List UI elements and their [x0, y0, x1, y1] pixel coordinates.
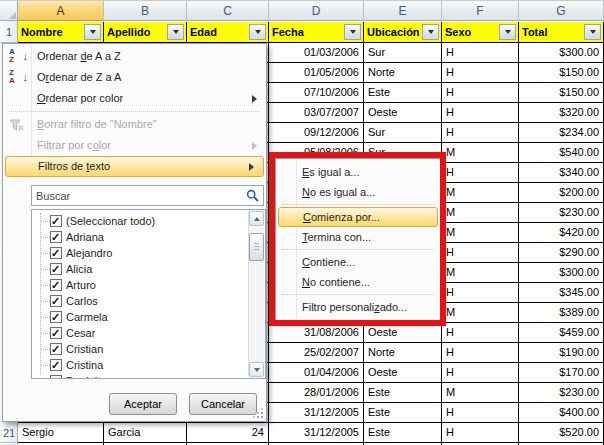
scroll-thumb[interactable]: [249, 233, 264, 261]
menu-item-ordenar-por-color[interactable]: Ordenar por color: [3, 88, 266, 109]
cell-B21[interactable]: Garcia: [104, 423, 187, 443]
cell-G20[interactable]: $400.00: [519, 403, 604, 423]
cell-F3[interactable]: H: [442, 63, 519, 83]
cell-F17[interactable]: H: [442, 343, 519, 363]
cell-E5[interactable]: Oeste: [364, 103, 442, 123]
menu-item-ordenar-de-a-a-z[interactable]: AZ↓Ordenar de A a Z: [3, 46, 266, 67]
menu-item-filtros-de-texto[interactable]: Filtros de texto: [5, 156, 264, 177]
cell-D20[interactable]: 31/12/2005: [269, 403, 364, 423]
submenu-item-es-igual-a[interactable]: Es igual a...: [276, 162, 440, 182]
cell-G14[interactable]: $345.00: [519, 283, 604, 303]
cell-D3[interactable]: 01/05/2006: [269, 63, 364, 83]
checkbox-checked-icon[interactable]: [50, 231, 62, 243]
cell-G21[interactable]: $520.00: [519, 423, 604, 443]
filter-value-carmela[interactable]: Carmela: [32, 309, 265, 325]
menu-item-ordenar-de-z-a-a[interactable]: ZA↓Ordenar de Z a A: [3, 67, 266, 88]
cell-D2[interactable]: 01/03/2006: [269, 43, 364, 63]
cell-D17[interactable]: 25/02/2007: [269, 343, 364, 363]
header-cell-ubicación[interactable]: Ubicación: [364, 22, 442, 43]
column-header-A[interactable]: A: [18, 1, 104, 21]
checkbox-checked-icon[interactable]: [50, 295, 62, 307]
cell-E19[interactable]: Este: [364, 383, 442, 403]
cell-D4[interactable]: 07/10/2006: [269, 83, 364, 103]
cell-F10[interactable]: M: [442, 203, 519, 223]
submenu-item-comienza-por[interactable]: Comienza por...: [278, 207, 438, 227]
cell-D21[interactable]: 31/12/2005: [269, 423, 364, 443]
checkbox-checked-icon[interactable]: [50, 215, 62, 227]
filter-value-adriana[interactable]: Adriana: [32, 229, 265, 245]
cell-E17[interactable]: Norte: [364, 343, 442, 363]
column-header-C[interactable]: C: [187, 1, 269, 21]
checkbox-checked-icon[interactable]: [50, 343, 62, 355]
cell-G6[interactable]: $234.00: [519, 123, 604, 143]
row-header-21[interactable]: 21: [0, 423, 18, 443]
cell-G2[interactable]: $300.00: [519, 43, 604, 63]
filter-value-cristian[interactable]: Cristian: [32, 341, 265, 357]
cell-F4[interactable]: H: [442, 83, 519, 103]
cell-E2[interactable]: Sur: [364, 43, 442, 63]
cell-F13[interactable]: M: [442, 263, 519, 283]
select-all-corner[interactable]: [0, 1, 18, 21]
filter-value-alicia[interactable]: Alicia: [32, 261, 265, 277]
cell-G11[interactable]: $420.00: [519, 223, 604, 243]
cell-F11[interactable]: M: [442, 223, 519, 243]
cell-G9[interactable]: $200.00: [519, 183, 604, 203]
checkbox-checked-icon[interactable]: [50, 327, 62, 339]
checkbox-checked-icon[interactable]: [50, 263, 62, 275]
filter-value-carlos[interactable]: Carlos: [32, 293, 265, 309]
cell-G19[interactable]: $230.00: [519, 383, 604, 403]
header-cell-sexo[interactable]: Sexo: [442, 22, 519, 43]
filter-value-alejandro[interactable]: Alejandro: [32, 245, 265, 261]
cell-E6[interactable]: Sur: [364, 123, 442, 143]
submenu-item-termina-con[interactable]: Termina con...: [276, 227, 440, 247]
cell-E21[interactable]: Este: [364, 423, 442, 443]
list-scrollbar[interactable]: [248, 211, 264, 377]
submenu-item-no-contiene[interactable]: No contiene...: [276, 272, 440, 292]
filter-button-ubicación[interactable]: [422, 24, 439, 40]
search-input[interactable]: [36, 190, 246, 202]
header-cell-nombre[interactable]: Nombre: [18, 22, 104, 43]
filter-button-edad[interactable]: [249, 24, 266, 40]
resize-grip-icon[interactable]: [253, 408, 263, 418]
cell-E16[interactable]: Oeste: [364, 323, 442, 343]
scroll-up-button[interactable]: [249, 211, 264, 226]
column-header-G[interactable]: G: [519, 1, 604, 21]
cell-F14[interactable]: H: [442, 283, 519, 303]
filter-button-sexo[interactable]: [499, 24, 516, 40]
column-header-E[interactable]: E: [364, 1, 442, 21]
filter-button-total[interactable]: [584, 24, 601, 40]
filter-value-seleccionar-todo[interactable]: (Seleccionar todo): [32, 213, 265, 229]
cell-F8[interactable]: H: [442, 163, 519, 183]
cell-G15[interactable]: $389.00: [519, 303, 604, 323]
header-cell-fecha[interactable]: Fecha: [269, 22, 364, 43]
header-cell-total[interactable]: Total: [519, 22, 604, 43]
cell-F7[interactable]: M: [442, 143, 519, 163]
submenu-item-filtro-personalizado[interactable]: Filtro personalizado...: [276, 297, 440, 317]
cell-G5[interactable]: $320.00: [519, 103, 604, 123]
checkbox-checked-icon[interactable]: [50, 375, 62, 379]
column-header-B[interactable]: B: [104, 1, 187, 21]
cell-G8[interactable]: $340.00: [519, 163, 604, 183]
checkbox-checked-icon[interactable]: [50, 279, 62, 291]
submenu-item-contiene[interactable]: Contiene...: [276, 252, 440, 272]
cell-F9[interactable]: M: [442, 183, 519, 203]
cell-E4[interactable]: Este: [364, 83, 442, 103]
submenu-item-no-es-igual-a[interactable]: No es igual a...: [276, 182, 440, 202]
checkbox-checked-icon[interactable]: [50, 311, 62, 323]
cell-C21[interactable]: 24: [187, 423, 269, 443]
cell-G13[interactable]: $300.00: [519, 263, 604, 283]
row-header-1[interactable]: 1: [0, 21, 18, 43]
cell-F5[interactable]: H: [442, 103, 519, 123]
checkbox-checked-icon[interactable]: [50, 247, 62, 259]
cell-D18[interactable]: 01/04/2006: [269, 363, 364, 383]
cell-F6[interactable]: H: [442, 123, 519, 143]
scroll-down-button[interactable]: [249, 362, 264, 377]
cell-G17[interactable]: $190.00: [519, 343, 604, 363]
cell-F16[interactable]: H: [442, 323, 519, 343]
accept-button[interactable]: Aceptar: [109, 393, 177, 415]
cell-E3[interactable]: Norte: [364, 63, 442, 83]
filter-button-apellido[interactable]: [167, 24, 184, 40]
header-cell-edad[interactable]: Edad: [187, 22, 269, 43]
cell-G16[interactable]: $459.00: [519, 323, 604, 343]
cell-D19[interactable]: 28/01/2006: [269, 383, 364, 403]
